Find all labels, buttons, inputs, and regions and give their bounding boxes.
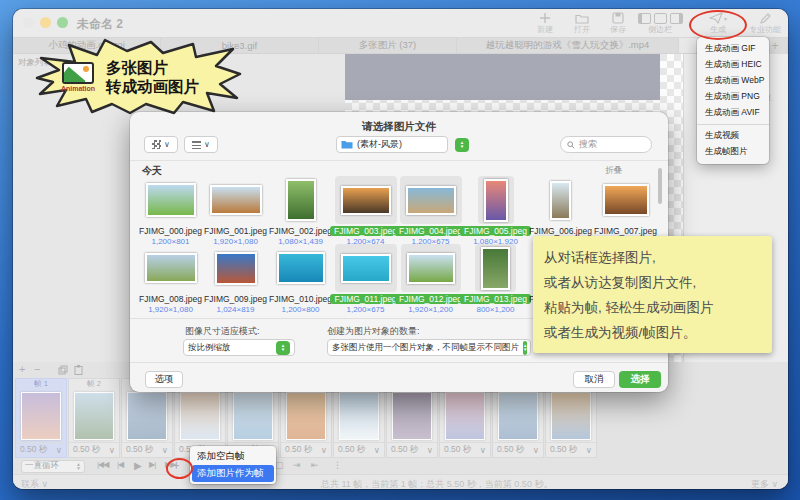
file-thumbnail <box>341 186 391 215</box>
chevron-down-icon: ∨ <box>204 140 210 149</box>
size-mode-label: 图像尺寸适应模式: <box>185 325 260 338</box>
generate-menu-item[interactable]: 生成动画 GIF <box>697 41 769 57</box>
file-thumbnail <box>550 181 571 220</box>
file-item[interactable]: FJIMG_009.jpeg 1,024×819 <box>203 244 268 314</box>
file-item[interactable]: FJIMG_013.jpeg 800×1,200 <box>463 244 528 314</box>
object-count-label: 创建为图片对象的数量: <box>327 325 420 338</box>
file-thumbnail <box>407 253 455 284</box>
list-view-button[interactable]: ∨ <box>184 136 218 153</box>
add-frame-menu-item[interactable]: 添加空白帧 <box>192 448 274 465</box>
add-frame-menu: 添加空白帧 添加图片作为帧 <box>190 446 276 484</box>
feature-callout: Animation 多张图片 转成动画图片 <box>33 38 243 116</box>
stepper-icon: ▲▼ <box>455 138 469 152</box>
folder-select[interactable]: (素材-风景) ▲▼ <box>336 136 448 153</box>
menu-separator <box>697 124 769 125</box>
search-icon <box>567 141 575 149</box>
generate-menu-item[interactable]: 生成动画 HEIC <box>697 57 769 73</box>
size-mode-select[interactable]: 按比例缩放 ▲▼ <box>183 339 295 356</box>
cancel-button[interactable]: 取消 <box>573 371 615 388</box>
generate-menu-item[interactable]: 生成动画 WebP <box>697 73 769 89</box>
tip-note: 从对话框选择图片, 或者从访达复制图片文件, 粘贴为帧, 轻松生成动画图片 或者… <box>533 236 772 353</box>
add-frame-menu-item[interactable]: 添加图片作为帧 <box>192 465 274 482</box>
generate-menu-item[interactable]: 生成动画 AVIF <box>697 105 769 121</box>
generate-menu-item[interactable]: 生成视频 <box>697 128 769 144</box>
file-item[interactable]: FJIMG_002.jpeg 1,080×1,439 <box>268 176 333 246</box>
file-item[interactable]: FJIMG_011.jpeg 1,200×675 <box>333 244 398 314</box>
file-thumbnail <box>210 185 262 215</box>
file-thumbnail <box>481 247 510 290</box>
app-window: 未命名 2 新建 打开 保存 <box>13 9 788 489</box>
search-input[interactable]: 搜索 <box>560 136 652 153</box>
file-thumbnail <box>277 252 325 284</box>
file-thumbnail <box>484 179 508 222</box>
chevron-down-icon: ∨ <box>164 140 170 149</box>
grid-view-icon <box>152 140 161 149</box>
file-thumbnail <box>406 186 456 215</box>
icon-view-button[interactable]: ∨ <box>144 136 178 153</box>
generate-menu-item[interactable]: 生成帧图片 <box>697 144 769 160</box>
file-thumbnail <box>341 254 391 283</box>
file-item[interactable]: FJIMG_004.jpeg 1,200×675 <box>398 176 463 246</box>
file-thumbnail <box>603 184 649 216</box>
object-count-select[interactable]: 多张图片使用一个图片对象，不同帧显示不同图片 ▲▼ <box>327 339 531 356</box>
annotation-circle-generate <box>689 10 747 40</box>
file-thumbnail <box>146 183 196 217</box>
file-thumbnail <box>286 179 316 221</box>
desktop: 未命名 2 新建 打开 保存 <box>0 0 800 500</box>
file-item[interactable]: FJIMG_003.jpeg 1,200×674 <box>333 176 398 246</box>
generate-menu-item[interactable]: 生成动画 PNG <box>697 89 769 105</box>
file-item[interactable]: FJIMG_005.jpeg 1,080×1,920 <box>463 176 528 246</box>
list-view-icon <box>192 141 201 149</box>
file-thumbnail <box>145 253 197 283</box>
file-item[interactable]: FJIMG_000.jpeg 1,200×801 <box>138 176 203 246</box>
file-thumbnail <box>215 252 257 285</box>
file-item[interactable]: FJIMG_001.jpeg 1,920×1,080 <box>203 176 268 246</box>
stepper-icon: ▲▼ <box>276 341 290 355</box>
file-item[interactable]: FJIMG_008.jpeg 1,920×1,080 <box>138 244 203 314</box>
file-item[interactable]: FJIMG_012.jpeg 1,920×1,200 <box>398 244 463 314</box>
animation-icon: Animation <box>57 62 99 92</box>
generate-menu: 生成动画 GIF生成动画 HEIC生成动画 WebP生成动画 PNG生成动画 A… <box>697 37 769 164</box>
file-item[interactable]: FJIMG_010.jpeg 1,200×800 <box>268 244 333 314</box>
folder-icon <box>341 140 353 149</box>
choose-button[interactable]: 选择 <box>619 371 661 388</box>
callout-text: 多张图片 转成动画图片 <box>106 58 199 96</box>
options-button[interactable]: 选项 <box>145 371 183 388</box>
annotation-circle-add <box>166 458 193 479</box>
stepper-icon: ▲▼ <box>523 341 527 355</box>
